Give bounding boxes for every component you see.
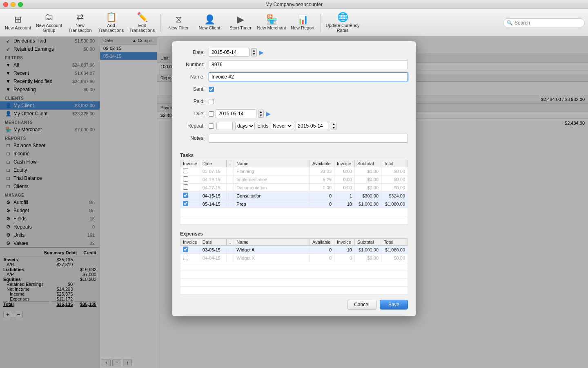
task-3-available: 0:00 (310, 184, 334, 192)
exp-1-check[interactable] (180, 246, 200, 254)
start-timer-button[interactable]: ▶ Start Timer (226, 11, 255, 35)
new-merchant-button[interactable]: 🏪 New Merchant (257, 11, 286, 35)
exp-2-check[interactable] (180, 254, 200, 262)
task-2-invoice: 0:00 (334, 175, 355, 184)
new-filter-button[interactable]: ⧖ New Filter (164, 11, 193, 35)
new-report-icon: 📊 (297, 15, 308, 24)
toolbar: ⊞ New Account 🗂 New Account Group ⇄ New … (0, 9, 588, 37)
task-row-1: 03-07-15 Planning 23:03 0:00 $0.00 $0.00 (180, 167, 408, 175)
due-play-icon[interactable]: ▶ (266, 110, 271, 117)
new-account-group-button[interactable]: 🗂 New Account Group (34, 11, 64, 35)
new-transaction-button[interactable]: ⇄ New Transaction (65, 11, 95, 35)
task-row-2: 04-19-15 Implementation 5:25 0:00 $0.00 … (180, 175, 408, 184)
save-button[interactable]: Save (380, 300, 408, 310)
expense-row-2: 04-04-15 Widget X 0 0 $0.00 $0.00 (180, 254, 408, 262)
cancel-button[interactable]: Cancel (347, 300, 376, 310)
add-transactions-button[interactable]: 📋 Add Transactions (96, 11, 126, 35)
repeat-end-date-input[interactable] (296, 122, 328, 130)
close-button[interactable] (3, 2, 8, 7)
repeat-end-stepper-down[interactable]: ▼ (331, 126, 336, 130)
exp-sort-header[interactable]: ↓ (226, 239, 234, 246)
task-5-checkbox[interactable] (183, 201, 188, 206)
date-row: Date: ▲ ▼ ▶ (180, 48, 408, 57)
sent-checkbox[interactable] (209, 87, 214, 92)
new-client-icon: 👤 (204, 15, 215, 24)
minimize-button[interactable] (11, 2, 16, 7)
task-4-check[interactable] (180, 192, 200, 200)
new-account-icon: ⊞ (14, 15, 22, 24)
exp-invoice-amt-header: Invoice (334, 239, 355, 246)
task-row-3: 04-27-15 Documentation 0:00 0:00 $0.00 $… (180, 184, 408, 192)
task-1-subtotal: $0.00 (355, 167, 381, 175)
repeat-checkbox[interactable] (209, 123, 214, 129)
edit-transactions-button[interactable]: ✏️ Edit Transactions (127, 11, 157, 35)
task-2-check[interactable] (180, 175, 200, 184)
name-input[interactable] (209, 72, 408, 81)
number-row: Number: (180, 60, 408, 69)
repeat-end-stepper[interactable]: ▲ ▼ (331, 122, 336, 130)
number-input[interactable] (209, 60, 408, 69)
tasks-sort-header[interactable]: ↓ (226, 160, 234, 167)
exp-2-available: 0 (310, 254, 334, 262)
repeat-end-stepper-up[interactable]: ▲ (331, 122, 336, 126)
date-stepper-down[interactable]: ▼ (252, 52, 256, 56)
task-4-date: 04-15-15 (200, 192, 226, 200)
repeat-ends-select[interactable]: Never (271, 122, 293, 130)
due-stepper-down[interactable]: ▼ (258, 114, 263, 117)
date-input[interactable] (209, 48, 249, 57)
update-currency-button[interactable]: 🌐 Update Currency Rates (324, 11, 361, 35)
new-client-button[interactable]: 👤 New Client (195, 11, 224, 35)
task-2-total: $0.00 (381, 175, 408, 184)
tasks-invoice-amt-header: Invoice (334, 160, 355, 167)
task-row-4: 04-15-15 Consultation 0 1 $300.00 $324.0… (180, 192, 408, 200)
task-3-check[interactable] (180, 184, 200, 192)
task-5-date: 05-14-15 (200, 200, 226, 208)
exp-1-checkbox[interactable] (183, 247, 188, 252)
window-controls[interactable] (3, 2, 23, 7)
due-date-input[interactable] (216, 109, 256, 118)
maximize-button[interactable] (18, 2, 23, 7)
task-4-checkbox[interactable] (183, 193, 188, 198)
new-account-button[interactable]: ⊞ New Account (3, 11, 33, 35)
due-stepper[interactable]: ▲ ▼ (258, 110, 264, 118)
task-2-subtotal: $0.00 (355, 175, 381, 184)
tasks-available-header: Available (310, 160, 334, 167)
search-input[interactable] (514, 20, 581, 26)
task-5-invoice: 10 (334, 200, 355, 208)
task-3-checkbox[interactable] (183, 184, 188, 190)
task-1-check[interactable] (180, 167, 200, 175)
notes-label: Notes: (180, 135, 209, 141)
task-5-total: $1,080.00 (381, 200, 408, 208)
new-filter-label: New Filter (168, 25, 189, 30)
repeat-label: Repeat: (180, 123, 209, 129)
tasks-total-header: Total (381, 160, 408, 167)
dialog-form: Date: ▲ ▼ ▶ Number: Name: (172, 41, 416, 149)
separator-2 (321, 14, 321, 32)
date-stepper-up[interactable]: ▲ (252, 49, 256, 52)
notes-input[interactable] (209, 134, 408, 143)
task-5-check[interactable] (180, 200, 200, 208)
due-stepper-up[interactable]: ▲ (258, 110, 263, 114)
exp-1-subtotal: $1,000.00 (355, 246, 381, 254)
repeat-days-input[interactable] (216, 122, 233, 130)
new-report-label: New Report (291, 25, 314, 30)
exp-name-header: Name (234, 239, 310, 246)
exp-2-subtotal: $0.00 (355, 254, 381, 262)
date-play-icon[interactable]: ▶ (259, 49, 264, 56)
new-report-button[interactable]: 📊 New Report (288, 11, 317, 35)
task-1-checkbox[interactable] (183, 168, 188, 173)
task-2-checkbox[interactable] (183, 176, 188, 182)
task-3-invoice: 0:00 (334, 184, 355, 192)
exp-2-checkbox[interactable] (183, 255, 188, 260)
exp-subtotal-header: Subtotal (355, 239, 381, 246)
add-transactions-label: Add Transactions (96, 23, 126, 33)
repeat-unit-select[interactable]: days (235, 122, 255, 130)
search-box[interactable]: 🔍 (503, 18, 585, 27)
notes-row: Notes: (180, 134, 408, 143)
new-account-group-icon: 🗂 (45, 13, 53, 22)
task-empty-row (180, 208, 408, 216)
due-checkbox[interactable] (209, 111, 214, 117)
task-2-date: 04-19-15 (200, 175, 226, 184)
paid-checkbox[interactable] (209, 99, 214, 104)
date-stepper[interactable]: ▲ ▼ (251, 48, 257, 56)
